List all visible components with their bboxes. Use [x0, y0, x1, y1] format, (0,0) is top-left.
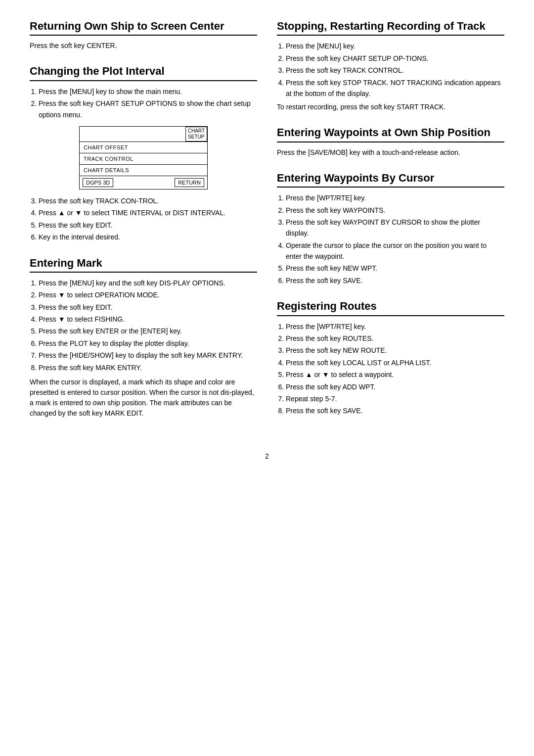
section-title-waypoints-cursor: Entering Waypoints By Cursor [277, 172, 504, 188]
plot-interval-steps-continued: Press the soft key TRACK CON-TROL. Press… [30, 195, 257, 243]
list-item: Press the [MENU] key to show the main me… [39, 86, 257, 97]
section-body-returning: Press the soft key CENTER. [30, 41, 257, 51]
entering-mark-steps: Press the [MENU] key and the soft key DI… [30, 278, 257, 373]
list-item: Press the soft key CHART SETUP OP-TIONS. [286, 53, 504, 64]
list-item: Press the soft key ROUTES. [286, 333, 504, 344]
list-item: Press the soft key LOCAL LIST or ALPHA L… [286, 357, 504, 368]
list-item: Press the [MENU] key. [286, 41, 504, 51]
list-item: Press the soft key TRACK CON-TROL. [39, 195, 257, 206]
right-column: Stopping, Restarting Recording of Track … [277, 20, 504, 432]
waypoints-cursor-steps: Press the [WPT/RTE] key. Press the soft … [277, 192, 504, 286]
section-stopping-restarting: Stopping, Restarting Recording of Track … [277, 20, 504, 112]
waypoints-own-ship-body: Press the [SAVE/MOB] key with a touch-an… [277, 147, 504, 158]
page-number: 2 [30, 452, 504, 460]
list-item: Press the soft key CHART SETUP OPTIONS t… [39, 98, 257, 120]
registering-routes-steps: Press the [WPT/RTE] key. Press the soft … [277, 321, 504, 417]
left-column: Returning Own Ship to Screen Center Pres… [30, 20, 257, 432]
section-title-returning: Returning Own Ship to Screen Center [30, 20, 257, 36]
menu-footer-right: RETURN [175, 178, 204, 187]
menu-item-chart-details: CHART DETAILS [80, 165, 207, 176]
list-item: Press the [WPT/RTE] key. [286, 321, 504, 332]
section-title-waypoints-own-ship: Entering Waypoints at Own Ship Position [277, 126, 504, 142]
entering-mark-body: When the cursor is displayed, a mark whi… [30, 377, 257, 419]
menu-header-cell: CHART SETUP [185, 127, 207, 142]
section-waypoints-by-cursor: Entering Waypoints By Cursor Press the [… [277, 172, 504, 286]
section-title-registering-routes: Registering Routes [277, 300, 504, 316]
list-item: Press the soft key TRACK CONTROL. [286, 65, 504, 76]
menu-footer: DGPS 3D RETURN [80, 176, 207, 189]
section-title-entering-mark: Entering Mark [30, 257, 257, 273]
list-item: Press the [MENU] key and the soft key DI… [39, 278, 257, 288]
section-registering-routes: Registering Routes Press the [WPT/RTE] k… [277, 300, 504, 417]
list-item: Press the soft key EDIT. [39, 302, 257, 313]
list-item: Press the soft key WAYPOINT BY CURSOR to… [286, 217, 504, 239]
stopping-steps: Press the [MENU] key. Press the soft key… [277, 41, 504, 99]
list-item: Press ▲ or ▼ to select TIME INTERVAL or … [39, 207, 257, 218]
list-item: Press the soft key ADD WPT. [286, 381, 504, 392]
section-title-stopping: Stopping, Restarting Recording of Track [277, 20, 504, 36]
menu-header-row: CHART SETUP [80, 127, 207, 142]
list-item: Press the soft key NEW ROUTE. [286, 345, 504, 356]
list-item: Press the soft key WAYPOINTS. [286, 205, 504, 216]
stopping-body: To restart recording, press the soft key… [277, 102, 504, 112]
list-item: Key in the interval desired. [39, 232, 257, 242]
plot-interval-steps: Press the [MENU] key to show the main me… [30, 86, 257, 120]
list-item: Press the [WPT/RTE] key. [286, 192, 504, 203]
list-item: Press the soft key NEW WPT. [286, 263, 504, 274]
menu-item-track-control: TRACK CONTROL [80, 153, 207, 165]
list-item: Press the soft key SAVE. [286, 275, 504, 286]
list-item: Press ▼ to select FISHING. [39, 314, 257, 325]
list-item: Press the soft key ENTER or the [ENTER] … [39, 326, 257, 336]
section-entering-mark: Entering Mark Press the [MENU] key and t… [30, 257, 257, 419]
list-item: Press the soft key MARK ENTRY. [39, 362, 257, 373]
list-item: Press the soft key SAVE. [286, 405, 504, 416]
list-item: Press the PLOT key to display the plotte… [39, 338, 257, 349]
list-item: Press the soft key STOP TRACK. NOT TRACK… [286, 77, 504, 99]
list-item: Press ▲ or ▼ to select a waypoint. [286, 369, 504, 380]
menu-diagram: CHART SETUP CHART OFFSET TRACK CONTROL C… [79, 126, 208, 189]
list-item: Press ▼ to select OPERATION MODE. [39, 289, 257, 300]
section-title-plot-interval: Changing the Plot Interval [30, 65, 257, 81]
list-item: Press the soft key EDIT. [39, 220, 257, 231]
list-item: Repeat step 5-7. [286, 393, 504, 404]
list-item: Press the [HIDE/SHOW] key to display the… [39, 350, 257, 361]
menu-item-chart-offset: CHART OFFSET [80, 142, 207, 153]
section-returning-own-ship: Returning Own Ship to Screen Center Pres… [30, 20, 257, 51]
list-item: Operate the cursor to place the cursor o… [286, 240, 504, 262]
section-waypoints-own-ship: Entering Waypoints at Own Ship Position … [277, 126, 504, 157]
menu-footer-left: DGPS 3D [83, 178, 113, 187]
section-changing-plot-interval: Changing the Plot Interval Press the [ME… [30, 65, 257, 242]
